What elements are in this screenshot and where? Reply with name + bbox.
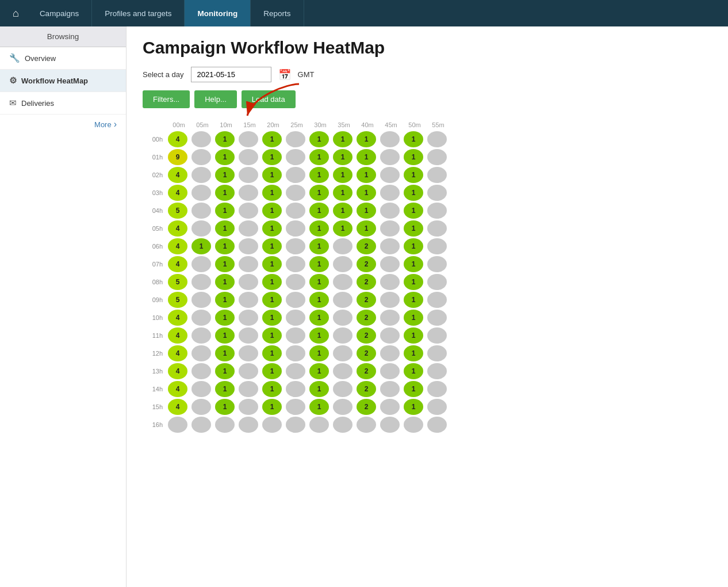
gear-icon: ⚙ [9,75,17,86]
select-day-label: Select a day [143,70,184,79]
date-controls-row: Select a day 📅 GMT [143,67,712,82]
top-navigation: ⌂ Campaigns Profiles and targets Monitor… [0,0,728,26]
date-input[interactable] [191,67,271,82]
nav-campaigns[interactable]: Campaigns [27,0,92,26]
table-row: 03h4111111 [144,185,449,201]
table-row: 13h411121 [144,363,449,379]
table-row: 02h4111111 [144,167,449,183]
home-button[interactable]: ⌂ [5,7,27,20]
chevron-right-icon: › [114,119,117,129]
envelope-icon: ✉ [9,98,17,108]
table-row: 12h411121 [144,345,449,361]
table-row: 09h511121 [144,292,449,308]
load-data-button[interactable]: Load data [242,90,296,108]
calendar-icon[interactable]: 📅 [278,68,291,81]
heatmap-table: 00m05m10m15m20m25m30m35m40m45m50m55m00h4… [143,119,451,434]
table-row: 07h411121 [144,256,449,272]
table-row: 05h4111111 [144,220,449,237]
help-button[interactable]: Help... [194,90,237,108]
filters-button[interactable]: Filters... [143,90,190,108]
sidebar-section-browsing: Browsing [0,26,126,47]
nav-profiles-targets[interactable]: Profiles and targets [92,0,185,26]
table-row: 00h4111111 [144,131,449,147]
nav-reports[interactable]: Reports [251,0,304,26]
gmt-label: GMT [298,70,315,79]
table-row: 06h4111121 [144,238,449,254]
nav-monitoring[interactable]: Monitoring [185,0,251,26]
table-row: 04h5111111 [144,203,449,219]
action-buttons-row: Filters... Help... Load data [143,90,712,108]
sidebar-more-link[interactable]: More › [0,115,126,134]
sidebar-item-deliveries[interactable]: ✉ Deliveries [0,92,126,115]
table-row: 15h411121 [144,399,449,415]
table-row: 01h9111111 [144,149,449,165]
table-row: 14h411121 [144,381,449,397]
table-row: 08h511121 [144,274,449,290]
table-row: 10h411121 [144,310,449,326]
content-area: Campaign Workflow HeatMap Select a day 📅… [127,26,728,587]
sidebar-item-overview[interactable]: 🔧 Overview [0,47,126,70]
sidebar: Browsing 🔧 Overview ⚙ Workflow HeatMap ✉… [0,26,127,587]
main-layout: Browsing 🔧 Overview ⚙ Workflow HeatMap ✉… [0,26,728,587]
table-row: 11h411121 [144,327,449,344]
heatmap-container: 00m05m10m15m20m25m30m35m40m45m50m55m00h4… [143,119,712,434]
table-row: 16h [144,417,449,433]
sidebar-item-workflow-heatmap[interactable]: ⚙ Workflow HeatMap [0,70,126,92]
wrench-icon: 🔧 [9,53,20,63]
page-title: Campaign Workflow HeatMap [143,38,712,58]
